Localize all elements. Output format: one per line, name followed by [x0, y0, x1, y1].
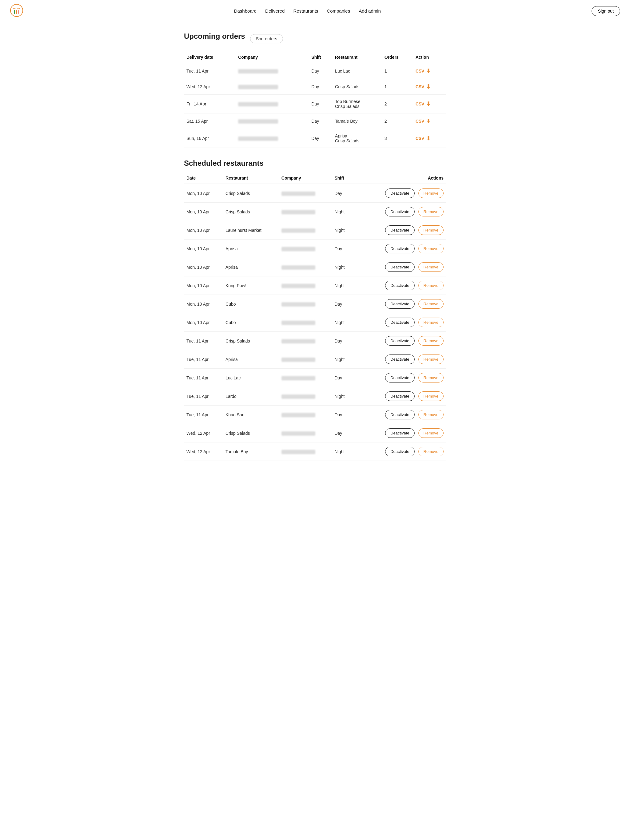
remove-button[interactable]: Remove: [418, 225, 443, 235]
nav-restaurants[interactable]: Restaurants: [293, 8, 318, 14]
nav-dashboard[interactable]: Dashboard: [234, 8, 256, 14]
cell-actions: Deactivate Remove: [359, 369, 446, 387]
cell-company: [279, 240, 332, 258]
deactivate-button[interactable]: Deactivate: [385, 410, 414, 419]
upcoming-orders-title: Upcoming orders: [184, 32, 245, 41]
csv-action[interactable]: CSV ⬇: [416, 68, 443, 74]
cell-company: [279, 442, 332, 461]
table-row: Sun, 16 AprDayAprisa Crisp Salads3 CSV ⬇: [184, 129, 446, 148]
deactivate-button[interactable]: Deactivate: [385, 447, 414, 456]
upcoming-orders-header: Upcoming orders Sort orders: [184, 32, 446, 46]
nav-add-admin[interactable]: Add admin: [359, 8, 381, 14]
nav-companies[interactable]: Companies: [327, 8, 350, 14]
remove-button[interactable]: Remove: [418, 410, 443, 419]
remove-button[interactable]: Remove: [418, 207, 443, 216]
deactivate-button[interactable]: Deactivate: [385, 244, 414, 253]
cell-action[interactable]: CSV ⬇: [413, 114, 446, 129]
remove-button[interactable]: Remove: [418, 373, 443, 382]
csv-label: CSV: [416, 69, 424, 74]
cell-orders: 1: [382, 63, 413, 79]
cell-date: Mon, 10 Apr: [184, 184, 223, 203]
cell-shift: Night: [332, 387, 353, 406]
csv-action[interactable]: CSV ⬇: [416, 101, 443, 107]
csv-action[interactable]: CSV ⬇: [416, 135, 443, 142]
sr-col-company: Company: [279, 172, 332, 184]
csv-action[interactable]: CSV ⬇: [416, 118, 443, 125]
col-delivery-date: Delivery date: [184, 52, 236, 63]
cell-shift: Day: [309, 79, 332, 95]
cell-restaurant: Tamale Boy: [223, 442, 279, 461]
deactivate-button[interactable]: Deactivate: [385, 225, 414, 235]
cell-orders: 2: [382, 95, 413, 114]
cell-company: [279, 258, 332, 276]
cell-shift: Night: [332, 258, 353, 276]
deactivate-button[interactable]: Deactivate: [385, 262, 414, 272]
deactivate-button[interactable]: Deactivate: [385, 428, 414, 438]
table-row: Mon, 10 AprCuboDay Deactivate Remove: [184, 295, 446, 313]
col-restaurant: Restaurant: [332, 52, 382, 63]
sign-out-button[interactable]: Sign out: [592, 6, 620, 16]
download-icon: ⬇: [426, 68, 431, 74]
sort-orders-button[interactable]: Sort orders: [250, 34, 283, 43]
nav-delivered[interactable]: Delivered: [265, 8, 285, 14]
cell-action[interactable]: CSV ⬇: [413, 63, 446, 79]
cell-date: Mon, 10 Apr: [184, 258, 223, 276]
cell-action[interactable]: CSV ⬇: [413, 129, 446, 148]
col-action: Action: [413, 52, 446, 63]
cell-actions: Deactivate Remove: [359, 406, 446, 424]
remove-button[interactable]: Remove: [418, 447, 443, 456]
cell-restaurant: Crisp Salads: [223, 424, 279, 442]
download-icon: ⬇: [426, 83, 431, 90]
remove-button[interactable]: Remove: [418, 262, 443, 272]
cell-restaurant: Crisp Salads: [223, 332, 279, 350]
scheduled-restaurants-table: Date Restaurant Company Shift Actions Mo…: [184, 172, 446, 461]
remove-button[interactable]: Remove: [418, 392, 443, 401]
table-row: Mon, 10 AprLaurelhurst MarketNight Deact…: [184, 221, 446, 240]
remove-button[interactable]: Remove: [418, 355, 443, 364]
deactivate-button[interactable]: Deactivate: [385, 299, 414, 309]
cell-shift: Night: [332, 221, 353, 240]
cell-date: Tue, 11 Apr: [184, 406, 223, 424]
cell-shift: Day: [332, 184, 353, 203]
remove-button[interactable]: Remove: [418, 281, 443, 290]
cell-restaurant: Luc Lac: [332, 63, 382, 79]
cell-date: Mon, 10 Apr: [184, 240, 223, 258]
cell-spacer: [353, 295, 359, 313]
csv-label: CSV: [416, 119, 424, 123]
cell-spacer: [353, 240, 359, 258]
cell-date: Wed, 12 Apr: [184, 79, 236, 95]
cell-company: [236, 129, 309, 148]
table-row: Wed, 12 AprTamale BoyNight Deactivate Re…: [184, 442, 446, 461]
deactivate-button[interactable]: Deactivate: [385, 317, 414, 327]
deactivate-button[interactable]: Deactivate: [385, 336, 414, 346]
sr-col-actions: Actions: [359, 172, 446, 184]
cell-action[interactable]: CSV ⬇: [413, 79, 446, 95]
cell-restaurant: Luc Lac: [223, 369, 279, 387]
sr-col-date: Date: [184, 172, 223, 184]
cell-date: Tue, 11 Apr: [184, 387, 223, 406]
deactivate-button[interactable]: Deactivate: [385, 373, 414, 382]
col-orders: Orders: [382, 52, 413, 63]
cell-action[interactable]: CSV ⬇: [413, 95, 446, 114]
remove-button[interactable]: Remove: [418, 428, 443, 438]
deactivate-button[interactable]: Deactivate: [385, 281, 414, 290]
table-row: Wed, 12 AprDayCrisp Salads1 CSV ⬇: [184, 79, 446, 95]
csv-action[interactable]: CSV ⬇: [416, 83, 443, 90]
cell-restaurant: Crisp Salads: [332, 79, 382, 95]
cell-actions: Deactivate Remove: [359, 221, 446, 240]
cell-spacer: [353, 332, 359, 350]
deactivate-button[interactable]: Deactivate: [385, 392, 414, 401]
remove-button[interactable]: Remove: [418, 244, 443, 253]
deactivate-button[interactable]: Deactivate: [385, 207, 414, 216]
remove-button[interactable]: Remove: [418, 336, 443, 346]
remove-button[interactable]: Remove: [418, 188, 443, 198]
deactivate-button[interactable]: Deactivate: [385, 188, 414, 198]
deactivate-button[interactable]: Deactivate: [385, 355, 414, 364]
cell-company: [236, 63, 309, 79]
cell-company: [279, 313, 332, 332]
cell-date: Sun, 16 Apr: [184, 129, 236, 148]
remove-button[interactable]: Remove: [418, 317, 443, 327]
cell-company: [279, 221, 332, 240]
remove-button[interactable]: Remove: [418, 299, 443, 309]
csv-label: CSV: [416, 101, 424, 106]
